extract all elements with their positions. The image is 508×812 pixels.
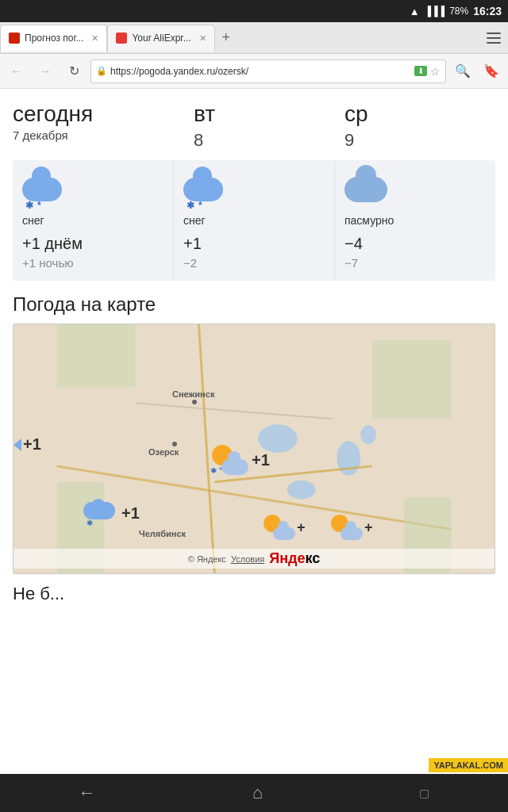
browser-menu-button[interactable] bbox=[479, 24, 508, 52]
tab-weather-icon bbox=[9, 33, 20, 44]
tab-ali-icon bbox=[116, 33, 127, 44]
address-bar: ← → ↻ 🔒 https://pogoda.yandex.ru/ozersk/… bbox=[0, 54, 508, 89]
sr-icon bbox=[344, 171, 486, 208]
bookmark-icon[interactable]: ☆ bbox=[430, 65, 441, 78]
battery-level: 78% bbox=[449, 6, 468, 17]
weather-cell-sr: пасмурно −4 −7 bbox=[335, 160, 495, 281]
tab-ali[interactable]: Your AliExpr... ✕ bbox=[107, 25, 214, 52]
snezhinsk-label: Снежинск bbox=[172, 389, 214, 399]
tab-weather-label: Прогноз пог... bbox=[25, 33, 83, 44]
tab-weather-close[interactable]: ✕ bbox=[91, 33, 98, 44]
sr-date: 9 bbox=[344, 130, 495, 151]
snezhinsk-dot bbox=[192, 400, 197, 404]
ozersk-label: Озерск bbox=[148, 447, 179, 457]
snow-cloud-icon-vt: ✱ * bbox=[183, 178, 223, 201]
new-tab-button[interactable]: + bbox=[215, 27, 237, 49]
sr-desc: пасмурно bbox=[344, 214, 486, 227]
below-map-teaser: Не б... bbox=[13, 574, 495, 607]
today-temp-day: +1 днём bbox=[22, 235, 164, 253]
overcast-cloud-icon bbox=[344, 177, 387, 202]
today-icon: ✱ * bbox=[22, 171, 164, 208]
map-copyright: © Яндекс Условия Яндекс bbox=[13, 549, 495, 569]
weather-col-sr: ср 9 bbox=[344, 102, 495, 151]
map-marker-suncoud: ✱ * +1 bbox=[210, 445, 270, 475]
vt-icon: ✱ * bbox=[183, 171, 325, 208]
bookmark-button[interactable]: 🔖 bbox=[479, 59, 503, 83]
weather-cell-vt: ✱ * снег +1 −2 bbox=[174, 160, 335, 281]
tab-ali-label: Your AliExpr... bbox=[132, 33, 190, 44]
weather-header: сегодня 7 декабря вт 8 ср 9 bbox=[13, 102, 495, 151]
svg-rect-10 bbox=[372, 340, 451, 419]
tab-ali-close[interactable]: ✕ bbox=[199, 33, 206, 44]
vt-date: 8 bbox=[194, 130, 344, 151]
weather-cell-today: ✱ * снег +1 днём +1 ночью bbox=[13, 160, 174, 281]
weather-col-vt: вт 8 bbox=[194, 102, 344, 151]
vt-desc: снег bbox=[183, 214, 325, 227]
lock-icon: 🔒 bbox=[96, 66, 107, 76]
clock[interactable]: 16:23 bbox=[473, 5, 502, 17]
download-icon[interactable]: ⬇ bbox=[414, 66, 427, 76]
reload-button[interactable]: ↻ bbox=[62, 59, 86, 83]
map-marker-br2: + bbox=[331, 515, 373, 540]
signal-icon: ▐▐▐ bbox=[425, 6, 445, 17]
svg-point-3 bbox=[360, 425, 376, 444]
today-temp-night: +1 ночью bbox=[22, 256, 164, 270]
today-date: 7 декабря bbox=[13, 128, 194, 142]
page-content: сегодня 7 декабря вт 8 ср 9 ✱ * bbox=[0, 89, 508, 607]
map-marker-left: +1 bbox=[13, 435, 41, 454]
hamburger-icon bbox=[487, 33, 501, 44]
watermark: YAPLAKAL.COM bbox=[429, 758, 508, 772]
chelyabinsk-label: Челябинск bbox=[139, 529, 186, 538]
address-field[interactable]: 🔒 https://pogoda.yandex.ru/ozersk/ ⬇ ☆ bbox=[90, 59, 446, 83]
ozersk-dot bbox=[172, 442, 177, 446]
terms-link[interactable]: Условия bbox=[231, 554, 264, 564]
copyright-text: © Яндекс bbox=[188, 554, 226, 564]
map-section-title: Погода на карте bbox=[13, 293, 495, 316]
browser-tabs: Прогноз пог... ✕ Your AliExpr... ✕ + bbox=[0, 22, 508, 54]
tab-weather[interactable]: Прогноз пог... ✕ bbox=[0, 25, 107, 52]
sr-label: ср bbox=[344, 102, 495, 127]
vt-temp-day: +1 bbox=[183, 235, 325, 253]
map-marker-bottomleft: ✱ +1 bbox=[83, 499, 140, 527]
vt-label: вт bbox=[194, 102, 344, 127]
map-marker-br1: + bbox=[264, 515, 306, 540]
today-desc: снег bbox=[22, 214, 164, 227]
map-container[interactable]: Снежинск Озерск Челябинск +1 ✱ * bbox=[13, 324, 495, 574]
yandex-logo: Яндекс bbox=[269, 550, 320, 567]
weather-card: ✱ * снег +1 днём +1 ночью ✱ * сн bbox=[13, 160, 495, 281]
forward-button[interactable]: → bbox=[33, 59, 57, 83]
url-text: https://pogoda.yandex.ru/ozersk/ bbox=[110, 66, 411, 77]
sr-temp-night: −7 bbox=[344, 256, 486, 270]
nav-forward-button[interactable]: ▢ bbox=[419, 787, 429, 799]
back-button[interactable]: ← bbox=[5, 59, 29, 83]
svg-rect-9 bbox=[57, 324, 136, 387]
status-bar: ▲ ▐▐▐ 78% 16:23 bbox=[0, 0, 508, 22]
sr-temp-day: −4 bbox=[344, 235, 486, 253]
bottom-nav: ← ⌂ ▢ bbox=[0, 774, 508, 812]
nav-home-button[interactable]: ⌂ bbox=[252, 783, 263, 803]
wifi-icon: ▲ bbox=[410, 6, 420, 17]
weather-col-today: сегодня 7 декабря bbox=[13, 102, 194, 142]
today-label: сегодня bbox=[13, 102, 194, 127]
search-button[interactable]: 🔍 bbox=[451, 59, 475, 83]
vt-temp-night: −2 bbox=[183, 256, 325, 270]
svg-point-4 bbox=[287, 481, 316, 500]
nav-back-button[interactable]: ← bbox=[79, 783, 96, 803]
snow-cloud-icon-today: ✱ * bbox=[22, 178, 62, 201]
